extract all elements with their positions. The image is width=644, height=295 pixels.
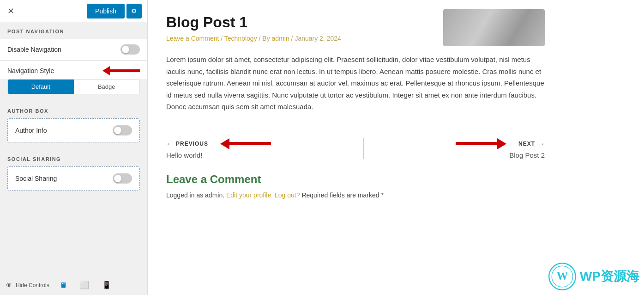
arrow-head-icon [102, 66, 110, 75]
right-panel: Blog Post 1 Leave a Comment / Technology… [148, 0, 644, 295]
post-date: January 2, 2024 [295, 35, 341, 42]
prev-post-nav: ← PREVIOUS Hello world! [166, 138, 271, 159]
edit-profile-link[interactable]: Edit your profile. [226, 191, 273, 199]
top-bar: ✕ Publish ⚙ [0, 0, 147, 22]
svg-text:W: W [556, 270, 568, 282]
badge-style-button[interactable]: Badge [74, 80, 140, 94]
desktop-view-button[interactable]: 🖥 [57, 280, 70, 290]
prev-post-title: Hello world! [166, 151, 271, 159]
social-sharing-item[interactable]: Social Sharing [7, 166, 140, 191]
eye-icon: 👁 [6, 282, 12, 289]
admin-link[interactable]: admin [272, 35, 289, 42]
next-post-title: Blog Post 2 [456, 151, 545, 159]
bottom-bar: 👁 Hide Controls 🖥 ⬜ 📱 [0, 275, 147, 295]
author-info-toggle[interactable] [113, 125, 132, 135]
leave-comment-link[interactable]: Leave a Comment [166, 35, 219, 42]
post-navigation: ← PREVIOUS Hello world! [166, 127, 545, 159]
tablet-view-button[interactable]: ⬜ [77, 280, 92, 290]
disable-navigation-label: Disable Navigation [7, 46, 61, 53]
hide-controls-label: Hide Controls [16, 282, 49, 289]
comment-meta: Logged in as admin. Edit your profile. L… [166, 191, 545, 199]
prev-arrow-icon: ← [166, 140, 173, 148]
red-arrow-left-indicator [102, 66, 140, 75]
close-button[interactable]: ✕ [6, 4, 16, 18]
wp-brand-text: WP资源海 [580, 268, 639, 285]
publish-area: Publish ⚙ [87, 4, 142, 18]
prev-red-arrow [220, 138, 271, 149]
next-label: NEXT [518, 141, 535, 147]
disable-navigation-row: Disable Navigation [0, 39, 147, 60]
nav-divider [363, 138, 364, 159]
post-featured-image [443, 9, 545, 46]
prev-direction: ← PREVIOUS [166, 138, 271, 149]
post-navigation-header: POST NAVIGATION [0, 22, 147, 39]
comment-section: Leave a Comment Logged in as admin. Edit… [166, 173, 545, 199]
publish-button[interactable]: Publish [87, 4, 125, 18]
author-info-label: Author Info [15, 127, 47, 134]
disable-navigation-toggle[interactable] [120, 44, 140, 55]
left-panel: ✕ Publish ⚙ POST NAVIGATION Disable Navi… [0, 0, 148, 295]
social-sharing-label: Social Sharing [15, 175, 57, 182]
log-out-link[interactable]: Log out? [275, 191, 300, 199]
content-area: Blog Post 1 Leave a Comment / Technology… [148, 0, 563, 217]
next-post-nav: NEXT → Blog Post 2 [456, 138, 545, 159]
social-sharing-toggle[interactable] [113, 173, 132, 184]
meta-separator-2: / By [259, 35, 272, 42]
mobile-view-button[interactable]: 📱 [99, 280, 114, 290]
publish-label: Publish [95, 7, 116, 15]
navigation-style-arrow-indicator [102, 66, 140, 75]
meta-separator-1: / [221, 35, 224, 42]
arrow-body [110, 69, 140, 72]
next-red-arrow [456, 138, 506, 149]
next-direction: NEXT → [456, 138, 545, 149]
default-style-button[interactable]: Default [8, 80, 74, 94]
author-info-item[interactable]: Author Info [7, 118, 140, 142]
next-arrow-icon: → [538, 140, 545, 148]
navigation-style-label: Navigation Style [7, 67, 54, 74]
next-arrow-head-icon [497, 138, 506, 149]
navigation-style-row: Navigation Style [0, 61, 147, 79]
prev-arrow-body [229, 142, 271, 145]
logged-in-text: Logged in as admin. [166, 191, 226, 199]
navigation-style-button-group: Default Badge [7, 79, 140, 94]
technology-link[interactable]: Technology [224, 35, 257, 42]
prev-label: PREVIOUS [176, 141, 208, 147]
next-arrow-body [456, 142, 497, 145]
panel-scroll: POST NAVIGATION Disable Navigation Navig… [0, 22, 147, 295]
author-box-header: AUTHOR BOX [0, 102, 147, 118]
gear-icon: ⚙ [131, 7, 137, 15]
prev-arrow-head-icon [220, 138, 229, 149]
publish-settings-button[interactable]: ⚙ [126, 4, 142, 18]
post-body: Lorem ipsum dolor sit amet, consectetur … [166, 54, 545, 113]
wp-watermark: W WP资源海 [548, 263, 639, 290]
required-text: Required fields are marked * [301, 191, 383, 199]
wordpress-logo-icon: W [548, 263, 576, 290]
comment-title: Leave a Comment [166, 173, 545, 186]
social-sharing-header: SOCIAL SHARING [0, 150, 147, 166]
hide-controls-control[interactable]: 👁 Hide Controls [6, 282, 49, 289]
